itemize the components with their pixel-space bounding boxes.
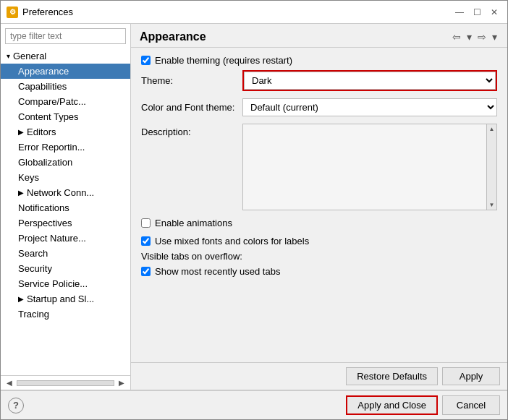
forward-icon[interactable]: ⇨ <box>476 30 488 44</box>
content-header: Appearance ⇦ ▾ ⇨ ▾ <box>131 24 507 48</box>
close-button[interactable]: ✕ <box>487 5 501 20</box>
description-scrollbar: ▲ ▼ <box>486 124 496 210</box>
maximize-button[interactable]: ☐ <box>470 5 484 20</box>
enable-animations-label: Enable animations <box>155 218 232 228</box>
scrollbar-down-icon[interactable]: ▼ <box>488 200 496 210</box>
sidebar-item-label: Service Policie... <box>18 278 88 289</box>
sidebar-item-content-types[interactable]: Content Types <box>1 109 130 124</box>
description-area: Description: ▲ ▼ <box>141 124 497 210</box>
preferences-dialog: ⚙ Preferences — ☐ ✕ ▾ General Appearance <box>0 0 508 420</box>
color-font-row: Color and Font theme: Default (current) … <box>141 98 497 116</box>
title-bar: ⚙ Preferences — ☐ ✕ <box>1 1 507 24</box>
sidebar-item-security[interactable]: Security <box>1 261 130 276</box>
sidebar-item-label: Keys <box>18 172 39 183</box>
color-font-select[interactable]: Default (current) Dark Light <box>242 98 497 116</box>
description-box: ▲ ▼ <box>242 124 497 210</box>
apply-and-close-button[interactable]: Apply and Close <box>346 395 438 415</box>
enable-animations-row: Enable animations <box>141 218 497 228</box>
sidebar-item-label: Editors <box>27 127 56 137</box>
color-font-label: Color and Font theme: <box>141 102 242 113</box>
main-content: ▾ General Appearance Capabilities Compar… <box>1 24 507 390</box>
sidebar-item-search[interactable]: Search <box>1 246 130 261</box>
show-recent-tabs-label: Show most recently used tabs <box>155 266 280 277</box>
sidebar-item-error-reporting[interactable]: Error Reportin... <box>1 140 130 155</box>
color-font-control: Default (current) Dark Light <box>242 98 497 116</box>
visible-tabs-label: Visible tabs on overflow: <box>141 251 497 262</box>
theme-select-wrapper: Dark Light Classic <box>242 70 497 91</box>
mixed-fonts-checkbox[interactable] <box>141 236 151 246</box>
mixed-fonts-label: Use mixed fonts and colors for labels <box>155 236 309 247</box>
sidebar-item-label: Notifications <box>18 202 69 213</box>
sidebar-item-label: Perspectives <box>18 218 72 228</box>
scroll-left-icon[interactable]: ◀ <box>4 379 15 387</box>
sidebar-item-service-policies[interactable]: Service Policie... <box>1 276 130 291</box>
sidebar: ▾ General Appearance Capabilities Compar… <box>1 24 131 390</box>
sidebar-item-notifications[interactable]: Notifications <box>1 200 130 215</box>
sidebar-item-label: Network Conn... <box>27 187 94 198</box>
sidebar-item-label: Security <box>18 263 52 274</box>
back-icon[interactable]: ⇦ <box>451 30 462 44</box>
window-controls: — ☐ ✕ <box>452 5 501 20</box>
enable-theming-checkbox[interactable] <box>141 56 151 65</box>
expand-arrow-network: ▶ <box>18 189 24 197</box>
sidebar-item-label: Startup and Sl... <box>27 293 94 304</box>
content-panel: Appearance ⇦ ▾ ⇨ ▾ Enable theming (requi… <box>131 24 507 390</box>
dialog-footer: ? Apply and Close Cancel <box>1 390 507 419</box>
sidebar-item-tracing[interactable]: Tracing <box>1 307 130 322</box>
sidebar-item-globalization[interactable]: Globalization <box>1 155 130 170</box>
show-recent-tabs-row: Show most recently used tabs <box>141 266 497 277</box>
mixed-fonts-row: Use mixed fonts and colors for labels <box>141 236 497 247</box>
sidebar-item-appearance[interactable]: Appearance <box>1 64 130 79</box>
sidebar-item-editors[interactable]: ▶ Editors <box>1 124 130 140</box>
expand-arrow-startup: ▶ <box>18 295 24 303</box>
forward-dropdown-icon[interactable]: ▾ <box>491 30 499 44</box>
sidebar-item-label: Compare/Patc... <box>18 96 86 107</box>
sidebar-item-keys[interactable]: Keys <box>1 170 130 185</box>
description-label: Description: <box>141 124 242 210</box>
theme-row: Theme: Dark Light Classic <box>141 70 497 91</box>
sidebar-item-label: Capabilities <box>18 81 67 92</box>
sidebar-item-startup[interactable]: ▶ Startup and Sl... <box>1 291 130 307</box>
scroll-right-icon[interactable]: ▶ <box>116 379 127 387</box>
header-icons: ⇦ ▾ ⇨ ▾ <box>451 30 499 44</box>
dropdown-icon[interactable]: ▾ <box>465 30 473 44</box>
enable-theming-label: Enable theming (requires restart) <box>155 55 292 66</box>
help-button[interactable]: ? <box>8 398 24 413</box>
content-title: Appearance <box>140 30 206 43</box>
expand-arrow-editors: ▶ <box>18 128 24 136</box>
theme-select[interactable]: Dark Light Classic <box>244 72 496 90</box>
sidebar-item-label: Search <box>18 248 48 259</box>
enable-theming-row: Enable theming (requires restart) <box>141 55 497 66</box>
sidebar-scroll-bottom: ◀ ▶ <box>1 375 130 390</box>
sidebar-item-label: Content Types <box>18 111 79 122</box>
sidebar-item-general[interactable]: ▾ General <box>1 48 130 64</box>
sidebar-item-label: Error Reportin... <box>18 142 85 153</box>
sidebar-item-label: Globalization <box>18 157 72 168</box>
theme-label: Theme: <box>141 75 242 86</box>
sidebar-item-compare[interactable]: Compare/Patc... <box>1 94 130 109</box>
filter-input[interactable] <box>5 28 126 44</box>
dialog-footer-left: ? <box>8 398 24 413</box>
content-body: Enable theming (requires restart) Theme:… <box>131 48 507 362</box>
expand-arrow-general: ▾ <box>7 52 10 60</box>
sidebar-item-label: Project Nature... <box>18 233 86 244</box>
tree-container: ▾ General Appearance Capabilities Compar… <box>1 48 130 375</box>
enable-animations-checkbox[interactable] <box>141 218 151 228</box>
sidebar-item-capabilities[interactable]: Capabilities <box>1 79 130 94</box>
dialog-title: Preferences <box>22 7 452 17</box>
sidebar-item-label: Tracing <box>18 309 49 320</box>
minimize-button[interactable]: — <box>452 5 467 20</box>
sidebar-item-appearance-label: Appearance <box>18 66 69 77</box>
restore-defaults-button[interactable]: Restore Defaults <box>346 367 438 385</box>
sidebar-item-project-nature[interactable]: Project Nature... <box>1 231 130 246</box>
app-icon: ⚙ <box>7 7 18 18</box>
content-footer: Restore Defaults Apply <box>131 362 507 390</box>
cancel-button[interactable]: Cancel <box>442 395 500 415</box>
sidebar-item-perspectives[interactable]: Perspectives <box>1 215 130 231</box>
sidebar-item-network[interactable]: ▶ Network Conn... <box>1 185 130 200</box>
dialog-footer-right: Apply and Close Cancel <box>346 395 500 415</box>
apply-button[interactable]: Apply <box>442 367 500 385</box>
scrollbar-up-icon[interactable]: ▲ <box>488 124 496 134</box>
show-recent-tabs-checkbox[interactable] <box>141 267 151 276</box>
